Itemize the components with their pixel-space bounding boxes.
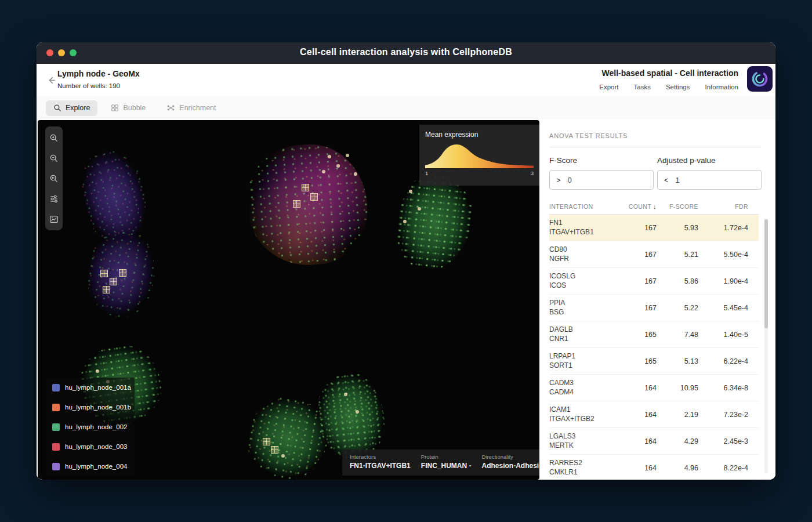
menu-item-export[interactable]: Export — [599, 84, 618, 90]
well-dot — [418, 207, 421, 211]
legend-item-001a[interactable]: hu_lymph_node_001a — [46, 378, 135, 397]
gene-a: LRPAP1 — [549, 352, 623, 361]
colorbar-ticks: 1 3 — [425, 170, 534, 176]
legend-item-001b[interactable]: hu_lymph_node_001b — [46, 397, 135, 417]
col-fscore[interactable]: F-SCORE — [657, 203, 698, 210]
col-interaction[interactable]: INTERACTION — [549, 203, 623, 210]
gene-b: CNR1 — [549, 335, 623, 344]
tissue-section — [244, 140, 371, 269]
gene-b: CADM4 — [549, 388, 623, 397]
filter-controls: F-Score Adjusted p-value > 0 < 1 — [549, 156, 762, 190]
table-scrollbar[interactable] — [764, 218, 768, 473]
table-row[interactable]: CD80NGFR 167 5.21 5.50e-4 — [549, 241, 759, 268]
table-row[interactable]: FN1ITGAV+ITGB1 167 5.93 1.72e-4 — [549, 215, 759, 241]
well-marker[interactable] — [263, 438, 270, 445]
legend-color-swatch — [52, 423, 60, 431]
table-row[interactable]: LGALS3MERTK 164 4.29 2.45e-3 — [549, 428, 759, 455]
fscore-value: 10.95 — [657, 384, 698, 392]
colorbar-gradient — [425, 166, 534, 168]
back-button[interactable] — [44, 73, 58, 87]
pvalue-filter-input[interactable]: < 1 — [657, 170, 762, 190]
divider — [549, 147, 762, 147]
menu-item-tasks[interactable]: Tasks — [634, 84, 651, 90]
zoom-in-button[interactable] — [46, 129, 62, 146]
fdr-value: 6.34e-8 — [698, 384, 748, 392]
panel-title: ANOVA TEST RESULTS — [549, 132, 775, 139]
tab-label: Enrichment — [179, 104, 216, 112]
well-dot — [322, 170, 325, 173]
pvalue-filter-label: Adjusted p-value — [657, 156, 762, 165]
desktop-background: Cell-cell interaction analysis with Cell… — [0, 0, 812, 522]
table-row[interactable]: RARRES2CMKLR1 164 4.96 8.22e-4 — [549, 455, 759, 480]
fdr-value: 1.40e-5 — [698, 331, 748, 339]
dataset-titles: Lymph node - GeoMx Number of wells: 190 — [57, 69, 140, 89]
gene-a: FN1 — [549, 219, 623, 228]
window-title: Cell-cell interaction analysis with Cell… — [37, 47, 775, 57]
well-dot — [344, 393, 347, 396]
count-value: 164 — [623, 411, 657, 419]
directionality-label: Directionality — [481, 454, 539, 460]
col-count[interactable]: COUNT↓ — [623, 203, 657, 210]
table-row[interactable]: ICAM1ITGAX+ITGB2 164 2.19 7.23e-2 — [549, 401, 759, 428]
legend-label: hu_lymph_node_004 — [65, 463, 127, 470]
tab-enrichment[interactable]: Enrichment — [159, 100, 223, 116]
legend-item-003[interactable]: hu_lymph_node_003 — [46, 437, 135, 456]
snapshot-button[interactable] — [46, 211, 62, 227]
legend-label: hu_lymph_node_002 — [65, 423, 127, 430]
well-marker[interactable] — [119, 269, 126, 277]
well-marker[interactable] — [110, 278, 117, 285]
zoom-in-icon — [49, 133, 59, 143]
enrichment-icon — [166, 104, 175, 112]
menu-item-settings[interactable]: Settings — [666, 84, 690, 90]
well-marker[interactable] — [293, 200, 300, 208]
selection-info-bar: Interactors FN1-ITGAV+ITGB1 Protein FINC… — [342, 449, 539, 476]
col-fdr[interactable]: FDR — [698, 203, 748, 210]
well-marker[interactable] — [302, 184, 309, 191]
viewer-toolbar — [45, 126, 63, 230]
colorbar-max: 3 — [531, 170, 534, 176]
interaction-table: INTERACTION COUNT↓ F-SCORE FDR FN1ITGAV+… — [549, 198, 759, 480]
table-row[interactable]: CADM3CADM4 164 10.95 6.34e-8 — [549, 375, 759, 401]
well-marker[interactable] — [100, 270, 108, 277]
image-icon — [49, 215, 59, 224]
gene-a: PPIA — [549, 299, 623, 308]
well-marker[interactable] — [271, 446, 278, 454]
main-content: Mean expression — [37, 119, 775, 480]
table-row[interactable]: DAGLBCNR1 165 7.48 1.40e-5 — [549, 321, 759, 348]
well-dot — [403, 220, 407, 223]
menu-item-information[interactable]: Information — [705, 84, 738, 90]
directionality-info: Directionality Adhesion-Adhesion — [481, 454, 539, 476]
fdr-value: 5.50e-4 — [698, 251, 748, 259]
zoom-reset-button[interactable] — [46, 170, 62, 187]
fscore-operator: > — [556, 176, 561, 184]
well-dot — [281, 454, 285, 458]
fscore-filter-input[interactable]: > 0 — [549, 170, 654, 190]
count-value: 165 — [623, 331, 657, 339]
table-row[interactable]: LRPAP1SORT1 165 5.13 6.22e-4 — [549, 348, 759, 375]
interactors-label: Interactors — [350, 454, 411, 460]
table-row[interactable]: PPIABSG 167 5.22 5.45e-4 — [549, 295, 759, 321]
tab-explore[interactable]: Explore — [46, 100, 97, 116]
dataset-subtitle: Number of wells: 190 — [57, 82, 140, 89]
table-row[interactable]: ICOSLGICOS 167 5.86 1.90e-4 — [549, 268, 759, 295]
well-dot — [409, 190, 412, 193]
interactors-info: Interactors FN1-ITGAV+ITGB1 — [350, 454, 411, 476]
scrollbar-thumb[interactable] — [764, 219, 768, 328]
well-marker[interactable] — [103, 286, 110, 293]
well-marker[interactable] — [310, 193, 318, 201]
fscore-value: 4.96 — [657, 464, 698, 472]
gene-a: ICOSLG — [549, 272, 623, 281]
fscore-value: 5.21 — [657, 251, 698, 259]
tab-bubble[interactable]: Bubble — [103, 100, 153, 116]
adjustments-button[interactable] — [46, 190, 62, 207]
zoom-out-button[interactable] — [46, 150, 62, 166]
count-value: 164 — [623, 464, 657, 472]
legend-item-002[interactable]: hu_lymph_node_002 — [46, 417, 135, 437]
legend-item-004[interactable]: hu_lymph_node_004 — [46, 456, 135, 476]
fscore-value: 0 — [568, 176, 572, 184]
well-dot — [356, 410, 359, 414]
directionality-value: Adhesion-Adhesion — [481, 462, 539, 470]
legend-label: hu_lymph_node_001b — [65, 404, 131, 411]
spatial-image-viewer: Mean expression — [38, 120, 539, 480]
interactors-value: FN1-ITGAV+ITGB1 — [350, 462, 411, 470]
